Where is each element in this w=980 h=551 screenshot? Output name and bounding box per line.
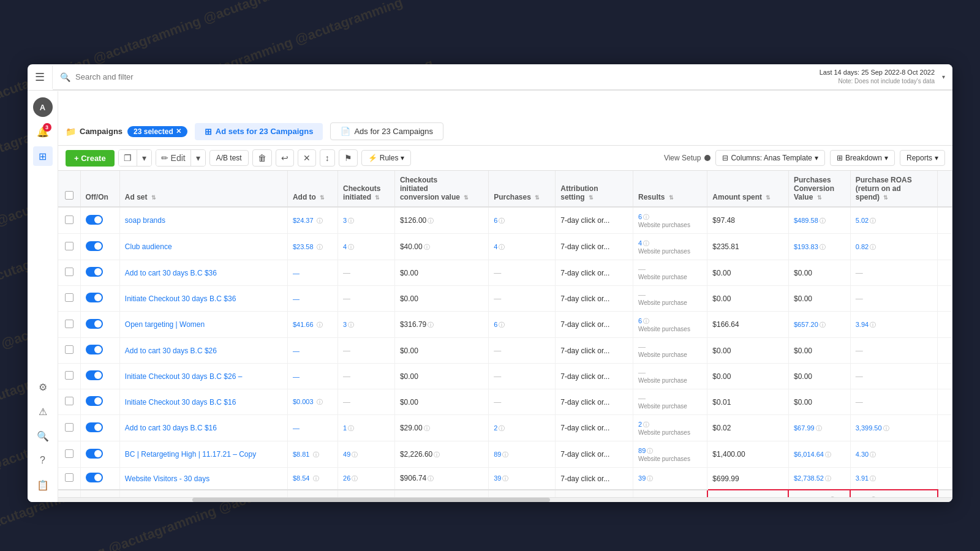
row-toggle[interactable]	[80, 441, 119, 468]
sidebar-icon-help[interactable]: ?	[33, 451, 53, 470]
row-toggle[interactable]	[80, 364, 119, 389]
row-toggle[interactable]	[80, 234, 119, 260]
sidebar-icon-alert[interactable]: ⚠	[33, 402, 53, 421]
edit-dropdown[interactable]: ▾	[191, 150, 205, 166]
toggle-0[interactable]	[86, 215, 103, 225]
toggle-9[interactable]	[86, 449, 103, 459]
reports-dropdown[interactable]: Reports ▾	[900, 150, 945, 166]
toggle-8[interactable]	[86, 422, 103, 432]
res-link-8[interactable]: 2	[638, 421, 642, 428]
addto-link-9[interactable]: $8.81	[293, 451, 310, 458]
res-link-10[interactable]: 39	[638, 474, 646, 482]
sidebar-icon-notification[interactable]: 🔔 3	[33, 122, 53, 141]
purch-link-1[interactable]: 4	[494, 243, 497, 250]
adset-link-9[interactable]: BC | Retargeting High | 11.17.21 – Copy	[125, 450, 256, 459]
ads-tab[interactable]: 📄 Ads for 23 Campaigns	[330, 122, 443, 140]
sidebar-icon-settings[interactable]: ⚙	[33, 377, 53, 397]
addto-link-1[interactable]: $23.58	[293, 243, 314, 250]
columns-dropdown[interactable]: ⊟ Columns: Anas Template ▾	[715, 150, 825, 166]
sidebar-icon-search[interactable]: 🔍	[33, 426, 53, 446]
ab-test-button[interactable]: A/B test	[209, 150, 249, 166]
row-toggle[interactable]	[80, 468, 119, 490]
toggle-2[interactable]	[86, 267, 103, 277]
addto-link-2[interactable]: —	[293, 269, 300, 277]
trash-button[interactable]: 🗑	[252, 149, 272, 167]
row-checkbox[interactable]	[65, 473, 74, 482]
breakdown-dropdown[interactable]: ⊞ Breakdown ▾	[830, 150, 895, 166]
row-checkbox[interactable]	[65, 242, 74, 250]
duplicate-button[interactable]: ❐	[119, 150, 137, 166]
rules-button[interactable]: ⚡ Rules ▾	[361, 150, 412, 166]
ci-link-8[interactable]: 1	[343, 424, 347, 432]
edit-button[interactable]: ✏ Edit	[156, 150, 191, 166]
selected-badge[interactable]: 23 selected ✕	[127, 126, 187, 137]
row-checkbox[interactable]	[65, 345, 74, 354]
purch-link-4[interactable]: 6	[494, 321, 497, 328]
row-toggle[interactable]	[80, 415, 119, 441]
adset-link-7[interactable]: Initiate Checkout 30 days B.C $16	[125, 398, 236, 407]
purch-link-8[interactable]: 2	[494, 424, 497, 432]
adset-link-4[interactable]: Open targeting | Women	[125, 320, 205, 329]
addto-link-3[interactable]: —	[293, 295, 300, 302]
toggle-6[interactable]	[86, 370, 103, 380]
ci-link-1[interactable]: 4	[343, 243, 347, 250]
adset-link-2[interactable]: Add to cart 30 days B.C $36	[125, 269, 217, 277]
delete-button[interactable]: ✕	[298, 149, 316, 167]
sidebar-icon-campaigns[interactable]: ⊞	[33, 146, 53, 166]
addto-link-5[interactable]: —	[293, 347, 300, 354]
row-checkbox[interactable]	[65, 423, 74, 432]
toggle-7[interactable]	[86, 396, 103, 406]
toggle-5[interactable]	[86, 345, 103, 354]
purch-link-9[interactable]: 89	[494, 451, 501, 458]
deselect-icon[interactable]: ✕	[176, 127, 181, 135]
export-button[interactable]: ⚑	[339, 149, 358, 167]
addto-link-4[interactable]: $41.66	[293, 321, 314, 328]
date-dropdown-arrow[interactable]: ▾	[942, 73, 945, 80]
undo-button[interactable]: ↩	[276, 149, 294, 167]
adset-link-3[interactable]: Initiate Checkout 30 days B.C $36	[125, 294, 236, 303]
toggle-3[interactable]	[86, 293, 103, 302]
addto-link-10[interactable]: $8.54	[293, 474, 310, 482]
ci-link-0[interactable]: 3	[343, 217, 347, 224]
sidebar-icon-docs[interactable]: 📋	[33, 475, 53, 495]
res-link-9[interactable]: 89	[638, 447, 646, 454]
search-input[interactable]	[75, 72, 815, 81]
row-checkbox[interactable]	[65, 320, 74, 328]
toggle-4[interactable]	[86, 319, 103, 329]
adset-link-10[interactable]: Website Visitors - 30 days	[125, 474, 209, 483]
res-link-1[interactable]: 4	[638, 239, 642, 247]
create-button[interactable]: + Create	[66, 150, 115, 167]
adset-link-8[interactable]: Add to cart 30 days B.C $16	[125, 424, 217, 432]
addto-link-7[interactable]: $0.003	[293, 398, 314, 405]
row-checkbox[interactable]	[65, 268, 74, 276]
menu-icon[interactable]: ☰	[28, 66, 53, 89]
select-all-checkbox[interactable]	[65, 191, 74, 200]
res-link-0[interactable]: 6	[638, 213, 642, 220]
row-checkbox[interactable]	[65, 293, 74, 302]
adset-link-0[interactable]: soap brands	[125, 216, 165, 225]
row-toggle[interactable]	[80, 286, 119, 312]
ci-link-10[interactable]: 26	[343, 474, 350, 482]
row-checkbox[interactable]	[65, 449, 74, 458]
purch-link-10[interactable]: 39	[494, 474, 501, 482]
res-link-4[interactable]: 6	[638, 317, 642, 324]
adsets-tab[interactable]: ⊞ Ad sets for 23 Campaigns	[195, 123, 323, 140]
row-toggle[interactable]	[80, 338, 119, 364]
move-button[interactable]: ↕	[320, 149, 335, 167]
adset-link-6[interactable]: Initiate Checkout 30 days B.C $26 –	[125, 372, 242, 381]
addto-link-6[interactable]: —	[293, 373, 300, 380]
addto-link-0[interactable]: $24.37	[293, 217, 314, 224]
adset-link-5[interactable]: Add to cart 30 days B.C $26	[125, 347, 217, 355]
view-setup[interactable]: View Setup	[664, 154, 711, 162]
ci-link-4[interactable]: 3	[343, 321, 347, 328]
row-checkbox[interactable]	[65, 216, 74, 224]
purch-link-0[interactable]: 6	[494, 217, 497, 224]
horizontal-scrollbar[interactable]	[58, 497, 952, 502]
toggle-1[interactable]	[86, 241, 103, 251]
addto-link-8[interactable]: —	[293, 424, 300, 432]
toggle-10[interactable]	[86, 473, 103, 482]
duplicate-dropdown[interactable]: ▾	[137, 150, 151, 166]
row-toggle[interactable]	[80, 389, 119, 415]
ci-link-9[interactable]: 49	[343, 451, 350, 458]
row-checkbox[interactable]	[65, 397, 74, 405]
